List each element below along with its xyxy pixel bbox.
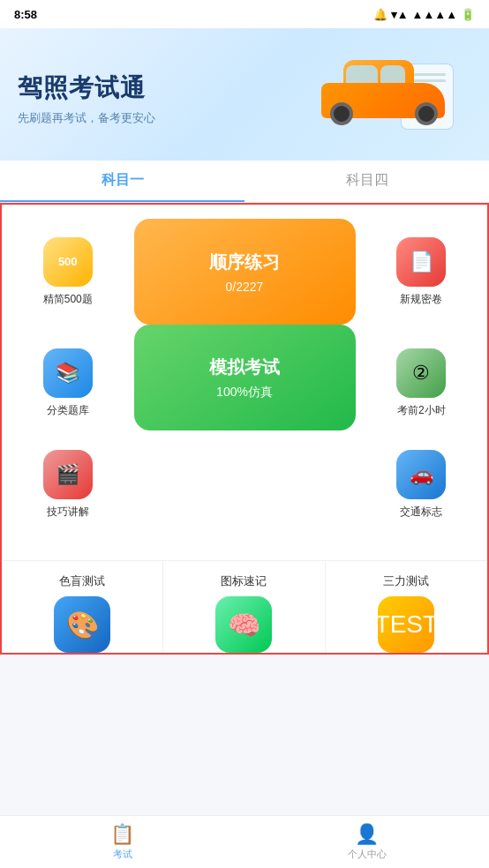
- icon-category-badge: 📚: [43, 348, 93, 398]
- nav-exam[interactable]: 📋 考试: [0, 816, 244, 868]
- item-category-bank[interactable]: 📚 分类题库: [12, 335, 124, 430]
- wifi-icon: ▾▲: [391, 8, 409, 21]
- label-icon-memory: 图标速记: [221, 573, 267, 589]
- icon-traffic-badge: 🚗: [396, 450, 446, 499]
- car-illustration: [312, 55, 454, 125]
- item-2hours[interactable]: ② 考前2小时: [366, 335, 478, 430]
- icon-skills-badge: 🎬: [43, 450, 93, 499]
- grid-row-1: 500 精简500题 顺序练习 0/2227 📄 新规密卷: [12, 219, 477, 325]
- icon-2hours: ②: [412, 362, 430, 385]
- car-wheel2: [415, 102, 438, 125]
- item-traffic-signs[interactable]: 🚗 交通标志: [366, 441, 478, 528]
- status-bar: 8:58 🔔 ▾▲ ▲▲▲▲ 🔋: [0, 0, 489, 28]
- car-wheel1: [330, 102, 353, 125]
- banner-title: 驾照考试通: [18, 71, 155, 105]
- item-skills[interactable]: 🎬 技巧讲解: [12, 441, 124, 528]
- bottom-cards-row: 色盲测试 🎨 图标速记 🧠 三力测试 TEST: [2, 560, 487, 653]
- three-forces-icon: TEST: [375, 610, 439, 639]
- label-category: 分类题库: [47, 403, 89, 418]
- icon-500-badge: 500: [43, 237, 93, 287]
- nav-profile[interactable]: 👤 个人中心: [244, 816, 489, 868]
- icon-new-rules: 📄: [410, 251, 433, 273]
- status-icons: 🔔 ▾▲ ▲▲▲▲ 🔋: [373, 8, 475, 21]
- icon-new-rules-badge: 📄: [396, 237, 446, 287]
- grid-empty-center: [134, 441, 356, 528]
- status-time: 8:58: [14, 8, 37, 21]
- icon-three-forces: TEST: [378, 596, 434, 653]
- icon-category: 📚: [56, 362, 79, 385]
- grid-row-2: 📚 分类题库 模拟考试 100%仿真 ② 考前2小时: [12, 335, 477, 430]
- label-color-blind: 色盲测试: [59, 573, 105, 589]
- banner-subtitle: 先刷题再考试，备考更安心: [18, 110, 155, 126]
- memory-icon: 🧠: [228, 610, 260, 640]
- item-color-blind[interactable]: 色盲测试 🎨: [2, 561, 163, 653]
- icon-traffic: 🚗: [410, 463, 433, 486]
- label-new-rules: 新规密卷: [400, 292, 442, 307]
- mock-title: 模拟考试: [209, 355, 280, 379]
- car-window1: [346, 65, 378, 85]
- exam-nav-icon: 📋: [110, 823, 134, 846]
- battery-icon: 🔋: [461, 8, 475, 21]
- profile-nav-label: 个人中心: [348, 848, 387, 861]
- signal-icon: ▲▲▲▲: [412, 8, 457, 21]
- label-traffic: 交通标志: [400, 505, 442, 520]
- item-new-rules[interactable]: 📄 新规密卷: [366, 219, 478, 325]
- bottom-nav: 📋 考试 👤 个人中心: [0, 815, 489, 868]
- car-window2: [380, 65, 405, 85]
- icon-2hours-badge: ②: [396, 348, 446, 398]
- notification-icon: 🔔: [373, 8, 387, 21]
- icon-color-blind: 🎨: [54, 596, 110, 653]
- tab-kemusi[interactable]: 科目四: [244, 161, 489, 202]
- grid-row-3: 🎬 技巧讲解 🚗 交通标志: [12, 441, 477, 528]
- color-blind-icon: 🎨: [66, 610, 99, 640]
- icon-memory: 🧠: [215, 596, 272, 653]
- banner: 驾照考试通 先刷题再考试，备考更安心: [0, 28, 489, 161]
- banner-car: [312, 55, 471, 143]
- sequential-sub: 0/2227: [226, 280, 264, 294]
- item-500-questions[interactable]: 500 精简500题: [12, 219, 124, 325]
- tabs: 科目一 科目四: [0, 161, 489, 203]
- item-mock-exam[interactable]: 模拟考试 100%仿真: [134, 325, 356, 430]
- tab-kemuyi[interactable]: 科目一: [0, 161, 244, 202]
- item-three-forces[interactable]: 三力测试 TEST: [326, 561, 487, 653]
- sequential-title: 顺序练习: [209, 251, 280, 274]
- item-sequential-practice[interactable]: 顺序练习 0/2227: [134, 219, 356, 325]
- label-500: 精简500题: [43, 292, 93, 307]
- exam-nav-label: 考试: [113, 848, 132, 861]
- label-skills: 技巧讲解: [47, 505, 89, 520]
- icon-skills: 🎬: [56, 463, 79, 486]
- grid-section: 500 精简500题 顺序练习 0/2227 📄 新规密卷: [2, 205, 487, 553]
- label-three-forces: 三力测试: [383, 573, 429, 589]
- main-content: 500 精简500题 顺序练习 0/2227 📄 新规密卷: [0, 203, 489, 655]
- item-icon-memory[interactable]: 图标速记 🧠: [163, 561, 325, 653]
- label-2hours: 考前2小时: [397, 403, 446, 418]
- profile-nav-icon: 👤: [355, 823, 379, 846]
- mock-sub: 100%仿真: [216, 385, 273, 400]
- icon-500: 500: [58, 255, 78, 268]
